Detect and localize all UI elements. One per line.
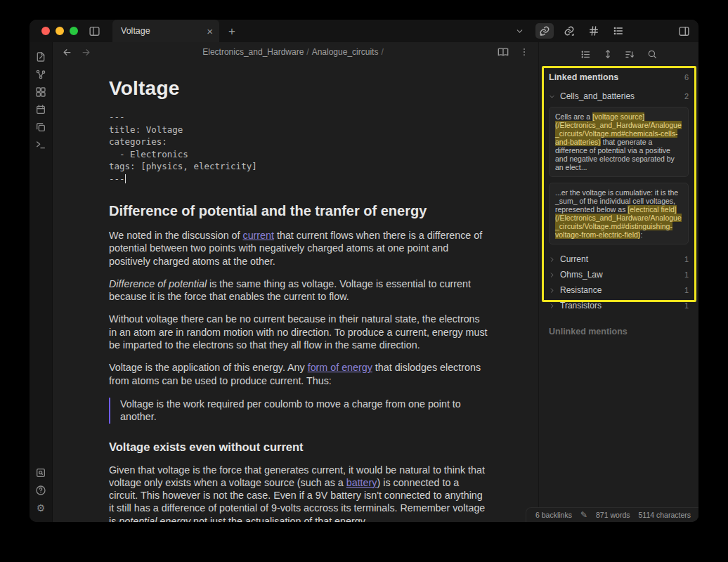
traffic-lights [30,27,78,35]
mention-group-count: 1 [684,270,689,279]
help-icon[interactable] [35,485,46,496]
ribbon: ⚙ [30,42,53,522]
text-run: not just the actualisation of that energ… [190,516,368,522]
mention-result[interactable]: Cells are a [voltage source](/Electronic… [549,107,689,177]
canvas-icon[interactable] [35,86,46,98]
settings-icon[interactable]: ⚙ [37,502,46,514]
text-run: : [640,230,642,239]
titlebar: Voltage × + [30,20,698,42]
expand-results-icon[interactable] [603,49,613,59]
outgoing-links-icon[interactable] [560,23,578,39]
text-run: Cells are a [555,112,592,121]
text-run-italic: Difference of potential [109,278,207,289]
frontmatter-line-text: --- [109,174,125,184]
tab-list-chevron-icon[interactable] [515,27,524,36]
more-options-icon[interactable] [519,47,529,57]
close-window-button[interactable] [41,27,50,35]
mention-group-cells-and-batteries[interactable]: Cells_and_batteries 2 [549,91,689,101]
mention-group-count: 1 [684,286,689,294]
chevron-right-icon[interactable] [549,303,555,309]
frontmatter-line: --- [109,111,489,124]
terminal-icon[interactable] [35,139,46,150]
new-note-icon[interactable] [35,51,46,63]
new-tab-icon[interactable]: + [228,25,235,37]
paragraph: Given that voltage is the force that gen… [109,464,489,522]
linked-mentions-title: Linked mentions [549,72,618,82]
paragraph: Voltage is the application of this energ… [109,361,489,387]
chevron-right-icon[interactable] [549,287,555,294]
reading-mode-icon[interactable] [498,46,509,58]
note-header: Electronics_and_Hardware/Analogue_circui… [53,42,538,62]
internal-link-form-of-energy[interactable]: form of energy [308,362,372,373]
status-word-count: 871 words [596,511,630,519]
outline-icon[interactable] [609,23,628,39]
internal-link-battery[interactable]: battery [346,477,377,488]
mention-group-transistors[interactable]: Transistors 1 [549,301,689,311]
heading-difference-of-potential: Difference of potential and the tranfer … [109,203,489,219]
frontmatter-line: tags: [physics, electricity] [109,160,489,173]
status-backlinks[interactable]: 6 backlinks [535,511,572,519]
linked-mentions-count: 6 [684,73,689,81]
mention-group-count: 2 [684,92,689,100]
mention-group-count: 1 [684,301,689,310]
text-run-italic: potential energy [119,516,190,522]
unlinked-mentions-header[interactable]: Unlinked mentions [549,327,689,336]
mention-group-name: Current [560,254,588,264]
daily-note-icon[interactable] [35,104,46,115]
editor-pane: Electronics_and_Hardware/Analogue_circui… [53,42,538,522]
note-editor[interactable]: Voltage ---title: Voltagecategories: - E… [53,62,538,522]
list-icon[interactable] [580,49,591,60]
mention-group-ohms-law[interactable]: Ohms_Law 1 [549,270,689,280]
backlinks-panel: Linked mentions 6 Cells_and_batteries 2 … [538,42,698,522]
back-arrow-icon[interactable] [62,47,72,58]
obsidian-window: Voltage × + [30,20,698,522]
heading-voltage-exists: Voltage exists even without current [109,440,489,454]
vault-switcher-icon[interactable] [35,467,46,478]
zoom-window-button[interactable] [70,27,78,35]
backlinks-panel-body: Linked mentions 6 Cells_and_batteries 2 … [539,63,698,336]
paragraph: Without voltage there can be no current … [109,313,489,351]
right-sidebar-toggle-icon[interactable] [678,25,690,37]
blockquote-text: Voltage is the work required per coulomb… [120,398,489,424]
mention-group-count: 1 [684,255,689,263]
mention-group-resistance[interactable]: Resistance 1 [549,285,689,295]
sort-order-icon[interactable] [625,49,635,60]
frontmatter[interactable]: ---title: Voltagecategories: - Electroni… [109,111,489,185]
breadcrumb-separator: / [378,47,386,57]
mention-group-current[interactable]: Current 1 [549,254,689,264]
tab-voltage[interactable]: Voltage × [112,20,219,42]
search-icon[interactable] [647,49,657,59]
linked-mentions-header[interactable]: Linked mentions 6 [549,72,689,82]
breadcrumb-separator: / [304,47,311,57]
mention-result[interactable]: ...er the voltage is cumulative: it is t… [549,183,689,244]
chevron-right-icon[interactable] [549,256,555,263]
blockquote: Voltage is the work required per coulomb… [109,398,489,424]
graph-view-icon[interactable] [35,69,46,80]
paragraph: Difference of potential is the same thin… [109,277,489,303]
tags-icon[interactable] [585,23,603,39]
text-run: We noted in the discussion of [109,230,242,241]
left-sidebar-toggle-icon[interactable] [89,25,100,37]
note-title: Voltage [109,77,489,100]
mention-group-name: Ohms_Law [560,270,603,280]
edit-mode-icon[interactable]: ✎ [580,509,587,521]
tab-close-icon[interactable]: × [207,26,213,37]
chevron-right-icon[interactable] [549,272,555,278]
minimize-window-button[interactable] [56,27,64,35]
frontmatter-line: --- [109,173,489,185]
tab-title: Voltage [121,26,207,36]
frontmatter-line: categories: [109,136,489,148]
titlebar-actions [515,23,698,39]
breadcrumb-segment[interactable]: Electronics_and_Hardware [202,47,304,57]
frontmatter-line: title: Voltage [109,124,489,136]
breadcrumb[interactable]: Electronics_and_Hardware/Analogue_circui… [91,47,498,57]
templates-icon[interactable] [35,122,46,133]
status-bar: 6 backlinks ✎ 871 words 5114 characters [526,507,698,522]
forward-arrow-icon[interactable] [81,47,91,58]
chevron-down-icon[interactable] [549,93,555,100]
internal-link-current[interactable]: current [242,230,274,241]
mention-group-name: Transistors [560,301,602,311]
breadcrumb-segment[interactable]: Analogue_circuits [312,47,379,57]
backlinks-icon[interactable] [535,23,554,39]
paragraph: We noted in the discussion of current th… [109,229,489,268]
